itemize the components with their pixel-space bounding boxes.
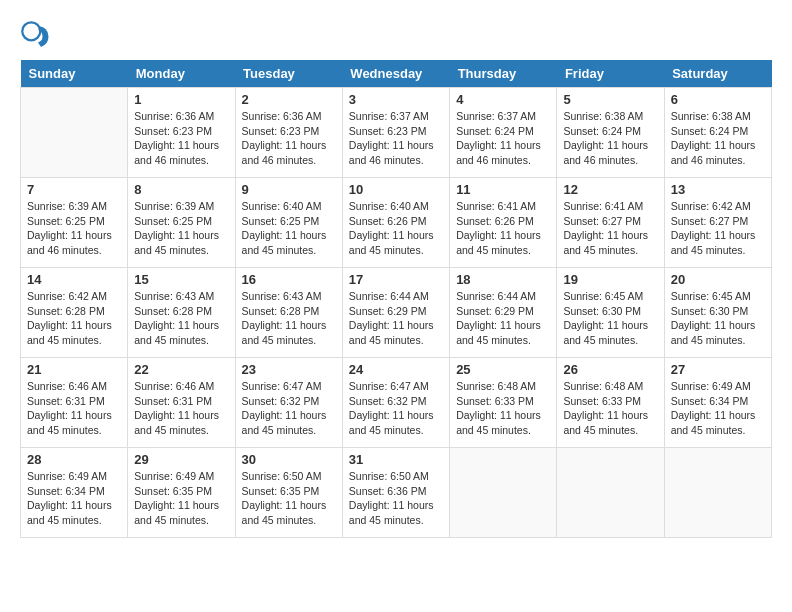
calendar-cell [21,88,128,178]
day-header-wednesday: Wednesday [342,60,449,88]
calendar-cell: 4Sunrise: 6:37 AMSunset: 6:24 PMDaylight… [450,88,557,178]
day-info: Sunrise: 6:42 AMSunset: 6:28 PMDaylight:… [27,289,121,348]
calendar-cell: 1Sunrise: 6:36 AMSunset: 6:23 PMDaylight… [128,88,235,178]
calendar-cell: 28Sunrise: 6:49 AMSunset: 6:34 PMDayligh… [21,448,128,538]
day-number: 25 [456,362,550,377]
day-info: Sunrise: 6:39 AMSunset: 6:25 PMDaylight:… [134,199,228,258]
day-number: 3 [349,92,443,107]
day-header-friday: Friday [557,60,664,88]
week-row-5: 28Sunrise: 6:49 AMSunset: 6:34 PMDayligh… [21,448,772,538]
calendar-cell: 7Sunrise: 6:39 AMSunset: 6:25 PMDaylight… [21,178,128,268]
day-info: Sunrise: 6:43 AMSunset: 6:28 PMDaylight:… [242,289,336,348]
day-info: Sunrise: 6:40 AMSunset: 6:25 PMDaylight:… [242,199,336,258]
logo [20,20,54,50]
calendar-cell: 26Sunrise: 6:48 AMSunset: 6:33 PMDayligh… [557,358,664,448]
calendar-cell [557,448,664,538]
svg-point-0 [22,22,40,40]
day-number: 29 [134,452,228,467]
day-info: Sunrise: 6:49 AMSunset: 6:34 PMDaylight:… [671,379,765,438]
day-number: 9 [242,182,336,197]
day-info: Sunrise: 6:50 AMSunset: 6:36 PMDaylight:… [349,469,443,528]
day-header-sunday: Sunday [21,60,128,88]
day-header-thursday: Thursday [450,60,557,88]
day-info: Sunrise: 6:42 AMSunset: 6:27 PMDaylight:… [671,199,765,258]
day-number: 23 [242,362,336,377]
day-info: Sunrise: 6:46 AMSunset: 6:31 PMDaylight:… [27,379,121,438]
day-number: 15 [134,272,228,287]
day-info: Sunrise: 6:44 AMSunset: 6:29 PMDaylight:… [456,289,550,348]
calendar-cell: 14Sunrise: 6:42 AMSunset: 6:28 PMDayligh… [21,268,128,358]
calendar-cell: 23Sunrise: 6:47 AMSunset: 6:32 PMDayligh… [235,358,342,448]
day-number: 26 [563,362,657,377]
day-number: 14 [27,272,121,287]
calendar-cell: 17Sunrise: 6:44 AMSunset: 6:29 PMDayligh… [342,268,449,358]
calendar-cell: 22Sunrise: 6:46 AMSunset: 6:31 PMDayligh… [128,358,235,448]
calendar-cell: 31Sunrise: 6:50 AMSunset: 6:36 PMDayligh… [342,448,449,538]
week-row-1: 1Sunrise: 6:36 AMSunset: 6:23 PMDaylight… [21,88,772,178]
day-number: 19 [563,272,657,287]
calendar-cell: 16Sunrise: 6:43 AMSunset: 6:28 PMDayligh… [235,268,342,358]
logo-icon [20,20,50,50]
day-number: 10 [349,182,443,197]
day-info: Sunrise: 6:46 AMSunset: 6:31 PMDaylight:… [134,379,228,438]
day-info: Sunrise: 6:47 AMSunset: 6:32 PMDaylight:… [349,379,443,438]
day-number: 1 [134,92,228,107]
day-info: Sunrise: 6:50 AMSunset: 6:35 PMDaylight:… [242,469,336,528]
calendar-cell: 24Sunrise: 6:47 AMSunset: 6:32 PMDayligh… [342,358,449,448]
calendar-cell: 6Sunrise: 6:38 AMSunset: 6:24 PMDaylight… [664,88,771,178]
day-number: 20 [671,272,765,287]
day-info: Sunrise: 6:37 AMSunset: 6:23 PMDaylight:… [349,109,443,168]
day-number: 11 [456,182,550,197]
week-row-4: 21Sunrise: 6:46 AMSunset: 6:31 PMDayligh… [21,358,772,448]
calendar-cell: 8Sunrise: 6:39 AMSunset: 6:25 PMDaylight… [128,178,235,268]
calendar-cell: 19Sunrise: 6:45 AMSunset: 6:30 PMDayligh… [557,268,664,358]
day-header-saturday: Saturday [664,60,771,88]
day-number: 21 [27,362,121,377]
day-info: Sunrise: 6:39 AMSunset: 6:25 PMDaylight:… [27,199,121,258]
calendar-cell: 9Sunrise: 6:40 AMSunset: 6:25 PMDaylight… [235,178,342,268]
week-row-2: 7Sunrise: 6:39 AMSunset: 6:25 PMDaylight… [21,178,772,268]
day-number: 2 [242,92,336,107]
day-info: Sunrise: 6:48 AMSunset: 6:33 PMDaylight:… [563,379,657,438]
calendar-cell: 10Sunrise: 6:40 AMSunset: 6:26 PMDayligh… [342,178,449,268]
day-info: Sunrise: 6:45 AMSunset: 6:30 PMDaylight:… [671,289,765,348]
day-info: Sunrise: 6:36 AMSunset: 6:23 PMDaylight:… [242,109,336,168]
calendar-table: SundayMondayTuesdayWednesdayThursdayFrid… [20,60,772,538]
day-number: 6 [671,92,765,107]
day-number: 30 [242,452,336,467]
calendar-cell: 20Sunrise: 6:45 AMSunset: 6:30 PMDayligh… [664,268,771,358]
day-info: Sunrise: 6:38 AMSunset: 6:24 PMDaylight:… [563,109,657,168]
day-number: 31 [349,452,443,467]
day-info: Sunrise: 6:36 AMSunset: 6:23 PMDaylight:… [134,109,228,168]
week-row-3: 14Sunrise: 6:42 AMSunset: 6:28 PMDayligh… [21,268,772,358]
day-number: 24 [349,362,443,377]
day-number: 17 [349,272,443,287]
day-number: 28 [27,452,121,467]
day-info: Sunrise: 6:38 AMSunset: 6:24 PMDaylight:… [671,109,765,168]
calendar-cell: 12Sunrise: 6:41 AMSunset: 6:27 PMDayligh… [557,178,664,268]
day-header-monday: Monday [128,60,235,88]
calendar-cell: 25Sunrise: 6:48 AMSunset: 6:33 PMDayligh… [450,358,557,448]
day-info: Sunrise: 6:41 AMSunset: 6:27 PMDaylight:… [563,199,657,258]
day-info: Sunrise: 6:45 AMSunset: 6:30 PMDaylight:… [563,289,657,348]
day-info: Sunrise: 6:44 AMSunset: 6:29 PMDaylight:… [349,289,443,348]
day-number: 7 [27,182,121,197]
calendar-cell: 21Sunrise: 6:46 AMSunset: 6:31 PMDayligh… [21,358,128,448]
calendar-cell: 2Sunrise: 6:36 AMSunset: 6:23 PMDaylight… [235,88,342,178]
day-info: Sunrise: 6:49 AMSunset: 6:35 PMDaylight:… [134,469,228,528]
calendar-cell: 13Sunrise: 6:42 AMSunset: 6:27 PMDayligh… [664,178,771,268]
day-number: 22 [134,362,228,377]
calendar-cell [664,448,771,538]
day-number: 5 [563,92,657,107]
calendar-cell [450,448,557,538]
day-number: 8 [134,182,228,197]
calendar-cell: 11Sunrise: 6:41 AMSunset: 6:26 PMDayligh… [450,178,557,268]
day-info: Sunrise: 6:37 AMSunset: 6:24 PMDaylight:… [456,109,550,168]
day-number: 13 [671,182,765,197]
calendar-cell: 18Sunrise: 6:44 AMSunset: 6:29 PMDayligh… [450,268,557,358]
day-info: Sunrise: 6:49 AMSunset: 6:34 PMDaylight:… [27,469,121,528]
day-info: Sunrise: 6:40 AMSunset: 6:26 PMDaylight:… [349,199,443,258]
days-header-row: SundayMondayTuesdayWednesdayThursdayFrid… [21,60,772,88]
page-header [20,20,772,50]
day-number: 18 [456,272,550,287]
